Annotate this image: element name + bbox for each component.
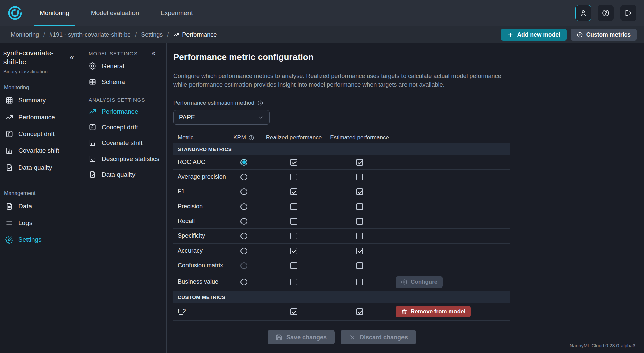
estimated-performance-checkbox[interactable] <box>356 233 363 239</box>
estimated-performance-checkbox[interactable] <box>356 308 363 315</box>
tab-model-evaluation[interactable]: Model evaluation <box>90 0 141 26</box>
configure-button[interactable]: Configure <box>396 276 443 288</box>
bar-chart-icon <box>5 147 13 155</box>
metrics-table-header: Metric KPM Realized performance Estimate… <box>173 132 510 143</box>
breadcrumb-separator: / <box>135 31 137 38</box>
sidebar-item-label: Covariate shift <box>18 147 59 155</box>
settings-item-concept-drift[interactable]: Concept drift <box>80 119 166 135</box>
estimated-performance-checkbox[interactable] <box>356 174 363 180</box>
metric-label: Average precision <box>178 173 226 180</box>
list-icon <box>5 219 13 227</box>
sidebar-item-summary[interactable]: Summary <box>0 92 80 109</box>
collapse-settings-sidebar-icon[interactable]: « <box>150 49 158 57</box>
custom-metrics-button[interactable]: Custom metrics <box>571 29 637 41</box>
metric-row: Accuracy <box>173 244 510 258</box>
sidebar-item-concept-drift[interactable]: Concept drift <box>0 126 80 142</box>
info-icon[interactable] <box>257 100 263 106</box>
settings-item-performance[interactable]: Performance <box>80 103 166 119</box>
table-section-header: CUSTOM METRICS <box>173 291 510 303</box>
kpm-radio[interactable] <box>240 279 247 285</box>
trend-icon <box>173 32 179 38</box>
breadcrumb-monitoring[interactable]: Monitoring <box>11 31 39 38</box>
function-icon <box>89 123 96 131</box>
app-version: NannyML Cloud 0.23.0-alpha3 <box>570 343 635 348</box>
save-icon <box>276 334 282 341</box>
tab-experiment[interactable]: Experiment <box>159 0 194 26</box>
realized-performance-checkbox[interactable] <box>290 279 297 285</box>
realized-performance-checkbox[interactable] <box>290 233 297 239</box>
kpm-radio[interactable] <box>240 203 247 210</box>
settings-item-label: Concept drift <box>102 124 138 131</box>
info-icon[interactable] <box>248 135 254 141</box>
discard-changes-button[interactable]: Discard changes <box>341 330 416 344</box>
realized-performance-checkbox[interactable] <box>290 174 297 180</box>
sidebar-item-settings[interactable]: Settings <box>0 231 80 248</box>
help-icon <box>602 9 610 17</box>
realized-performance-checkbox[interactable] <box>290 203 297 210</box>
help-button[interactable] <box>598 5 614 21</box>
settings-item-data-quality[interactable]: Data quality <box>80 167 166 182</box>
sidebar-item-performance[interactable]: Performance <box>0 109 80 126</box>
estimated-performance-checkbox[interactable] <box>356 188 363 195</box>
metric-row: Specificity <box>173 229 510 244</box>
estimated-performance-checkbox[interactable] <box>356 279 363 285</box>
tab-monitoring[interactable]: Monitoring <box>38 0 71 26</box>
realized-performance-checkbox[interactable] <box>290 308 297 315</box>
metric-row: F1 <box>173 184 510 199</box>
metric-label: Confusion matrix <box>178 262 223 269</box>
metric-label: Recall <box>178 218 195 224</box>
metric-label: Accuracy <box>178 247 203 254</box>
estimation-method-select[interactable]: PAPE <box>173 110 270 125</box>
realized-performance-checkbox[interactable] <box>290 262 297 269</box>
document-icon <box>5 202 13 210</box>
settings-item-general[interactable]: General <box>80 58 166 74</box>
trash-icon <box>401 309 407 315</box>
estimated-performance-checkbox[interactable] <box>356 262 363 269</box>
sidebar-item-data[interactable]: Data <box>0 198 80 215</box>
nannyml-logo-icon[interactable] <box>7 5 23 21</box>
gear-icon <box>5 236 13 244</box>
settings-item-schema[interactable]: Schema <box>80 74 166 90</box>
kpm-radio[interactable] <box>240 248 247 254</box>
sidebar-item-data-quality[interactable]: Data quality <box>0 159 80 176</box>
collapse-model-sidebar-icon[interactable]: « <box>68 53 76 62</box>
estimated-performance-checkbox[interactable] <box>356 218 363 225</box>
settings-item-label: Covariate shift <box>102 139 142 147</box>
settings-item-covariate-shift[interactable]: Covariate shift <box>80 135 166 151</box>
kpm-radio[interactable] <box>240 174 247 180</box>
user-button[interactable] <box>575 5 591 21</box>
realized-performance-checkbox[interactable] <box>290 248 297 254</box>
settings-item-descriptive-statistics[interactable]: Descriptive statistics <box>80 151 166 167</box>
metric-row: Recall <box>173 214 510 229</box>
add-new-model-button[interactable]: Add new model <box>501 29 566 41</box>
sidebar-section-monitoring: Monitoring <box>0 79 80 92</box>
kpm-radio[interactable] <box>240 233 247 239</box>
sidebar-item-logs[interactable]: Logs <box>0 215 80 231</box>
metric-label[interactable]: f_2 <box>178 308 186 315</box>
model-header: synth-covariate-shift-bc « Binary classi… <box>0 43 80 79</box>
save-changes-button[interactable]: Save changes <box>268 330 335 344</box>
breadcrumb-separator: / <box>167 31 169 38</box>
realized-performance-checkbox[interactable] <box>290 188 297 195</box>
model-name: synth-covariate-shift-bc <box>3 48 63 67</box>
realized-performance-checkbox[interactable] <box>290 218 297 225</box>
settings-sidebar: MODEL SETTINGS « General Schema ANALYSIS… <box>80 43 167 353</box>
gear-icon <box>401 279 407 285</box>
remove-from-model-button[interactable]: Remove from model <box>396 306 471 317</box>
realized-performance-checkbox[interactable] <box>290 159 297 166</box>
kpm-radio[interactable] <box>240 188 247 195</box>
estimated-performance-checkbox[interactable] <box>356 159 363 166</box>
estimated-performance-checkbox[interactable] <box>356 203 363 210</box>
breadcrumb-separator: / <box>43 31 45 38</box>
kpm-radio[interactable] <box>240 218 247 225</box>
breadcrumb-model[interactable]: #191 - synth-covariate-shift-bc <box>49 31 130 38</box>
estimated-performance-checkbox[interactable] <box>356 248 363 254</box>
sidebar-item-covariate-shift[interactable]: Covariate shift <box>0 142 80 159</box>
page-description: Configure which performance metrics to a… <box>173 72 509 89</box>
breadcrumb-settings[interactable]: Settings <box>141 31 163 38</box>
kpm-radio[interactable] <box>240 159 247 166</box>
breadcrumb-bar: Monitoring / #191 - synth-covariate-shif… <box>0 26 644 43</box>
document-check-icon <box>5 164 13 172</box>
kpm-radio[interactable] <box>240 262 247 269</box>
logout-button[interactable] <box>620 5 636 21</box>
